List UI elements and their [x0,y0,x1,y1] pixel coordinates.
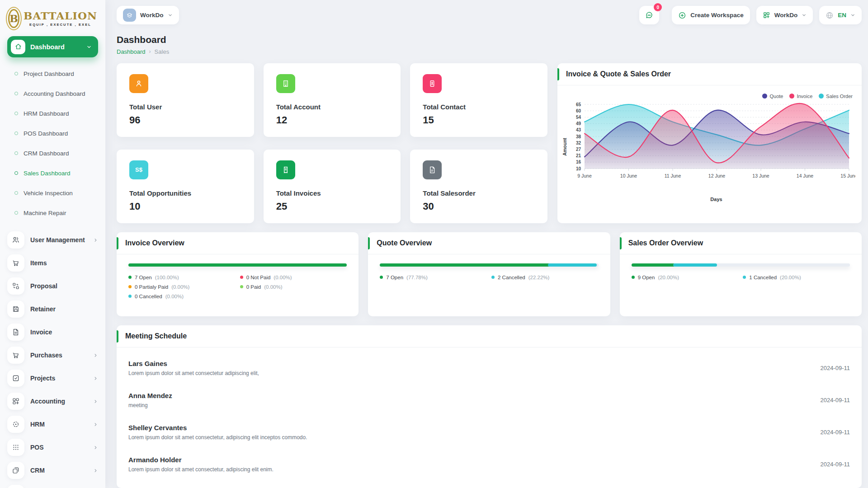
sidebar-item-machine-repair[interactable]: Machine Repair [7,203,98,223]
file-icon [7,324,24,341]
svg-text:21: 21 [576,153,581,158]
sidebar-item-accounting-dashboard[interactable]: Accounting Dashboard [7,84,98,103]
sidebar-item-pos-dashboard[interactable]: POS Dashboard [7,123,98,143]
layers-icon [7,462,24,479]
cart-icon [7,254,24,272]
legend-item: 9 Open(20.00%) [632,275,739,280]
chevron-right-icon [93,468,98,473]
stat-card-total-account: Total Account 12 [264,63,401,137]
svg-text:11 June: 11 June [665,173,681,178]
brand-logo[interactable]: B BATTALION EQUIP , EXECUTE , EXEL [7,6,98,36]
sidebar-item-crm[interactable]: CRM [7,462,98,479]
sidebar-item-pos[interactable]: POS [7,439,98,456]
sidebar-item-proposal[interactable]: Proposal [7,277,98,295]
chevron-down-icon [168,13,173,18]
messages-button[interactable]: 0 [639,6,659,24]
meeting-row[interactable]: Lars Gaines Lorem ipsum dolor sit amet c… [128,352,850,384]
svg-text:43: 43 [576,127,581,132]
grid-plus-icon [763,11,770,19]
brand-medal-icon: B [8,9,19,28]
stat-card-total-opportunities: S$ Total Opportunities 10 [117,150,254,223]
area-chart: 65605449433832272116109 June10 June11 Ju… [564,100,855,194]
chevron-down-icon [802,13,807,18]
meeting-row[interactable]: Shelley Cervantes Lorem ipsum dolor sit … [128,416,850,448]
sidebar: B BATTALION EQUIP , EXECUTE , EXEL Dashb… [0,0,105,488]
sidebar-item-hrm[interactable]: HRM [7,416,98,433]
breadcrumb-current: Sales [155,48,170,55]
svg-text:49: 49 [576,121,581,126]
chevron-right-icon [93,353,98,358]
svg-text:60: 60 [576,108,581,113]
sidebar-item-projects[interactable]: Projects [7,370,98,387]
chart-legend: Quote Invoice Sales Order [564,89,855,100]
legend-item: 1 Cancelled(20.00%) [743,275,850,280]
legend-item: 7 Open(77.78%) [380,275,487,280]
meeting-date: 2024-09-11 [820,397,850,404]
task-check-icon [7,370,24,387]
grid-plus-icon [7,393,24,410]
workspace-switcher[interactable]: WorkDo [117,6,179,24]
home-icon [11,40,25,54]
card-title: Invoice Overview [117,239,184,247]
page-title: Dashboard [117,34,862,45]
sidebar-item-dashboard[interactable]: Dashboard [7,36,98,57]
sidebar-item-project-dashboard[interactable]: Project Dashboard [7,64,98,84]
quote-overview-card: Quote Overview 7 Open(77.78%) 2 Cancelle… [368,232,610,316]
svg-text:65: 65 [576,102,581,107]
globe-icon [826,11,834,19]
legend-item: 7 Open(100.00%) [128,275,236,280]
meeting-row[interactable]: Armando Holder Lorem ipsum dolor sit ame… [128,448,850,480]
svg-text:12 June: 12 June [708,173,726,178]
svg-text:32: 32 [576,140,581,145]
document-icon [7,485,24,488]
sidebar-item-sales-dashboard[interactable]: Sales Dashboard [7,163,98,183]
main-area: WorkDo 0 Create Workspace WorkDo EN [105,0,868,488]
receipt-icon [276,160,295,179]
legend-dot-invoice [789,94,794,99]
sidebar-item-crm-dashboard[interactable]: CRM Dashboard [7,143,98,163]
sidebar-item-invoice[interactable]: Invoice [7,324,98,341]
bullet-icon [14,112,18,115]
create-workspace-button[interactable]: Create Workspace [672,6,750,24]
messages-count-badge: 0 [654,3,662,11]
chevron-right-icon [93,238,98,243]
invoice-progress-bar [128,263,347,267]
sidebar-item-accounting[interactable]: Accounting [7,393,98,410]
sidebar-item-purchases[interactable]: Purchases [7,347,98,364]
stat-card-total-salesorder: Total Salesorder 30 [410,150,547,223]
bullet-icon [14,131,18,135]
card-title: Sales Order Overview [620,239,703,247]
sidebar-item-user-management[interactable]: User Management [7,231,98,249]
chart-y-axis-label: Amount [562,138,567,156]
building-icon [276,74,295,93]
svg-text:9 June: 9 June [577,173,592,178]
invoice-overview-card: Invoice Overview 7 Open(100.00%) 0 Not P… [117,232,359,316]
meeting-row[interactable]: Anna Mendez meeting 2024-09-11 [128,384,850,416]
topbar: WorkDo 0 Create Workspace WorkDo EN [117,0,862,27]
chart-title: Invoice & Quote & Sales Order [557,70,671,78]
sidebar-item-sales[interactable]: Sales [7,485,98,488]
svg-text:14 June: 14 June [797,173,814,178]
salesorder-file-icon [423,160,442,179]
breadcrumb-dashboard-link[interactable]: Dashboard [117,48,146,55]
chevron-right-icon [93,445,98,450]
sidebar-item-items[interactable]: Items [7,254,98,272]
sidebar-item-hrm-dashboard[interactable]: HRM Dashboard [7,103,98,123]
save-icon [7,300,24,318]
legend-dot-quote [762,94,767,99]
sidebar-item-vehicle-inspection[interactable]: Vehicle Inspection [7,183,98,203]
card-accent [557,68,559,80]
card-title: Quote Overview [368,239,432,247]
sales-order-overview-card: Sales Order Overview 9 Open(20.00%) 1 Ca… [620,232,862,316]
stat-card-total-contact: Total Contact 15 [410,63,547,137]
sidebar-item-retainer[interactable]: Retainer [7,300,98,318]
hrm-icon [7,416,24,433]
apps-menu-button[interactable]: WorkDo [756,6,813,24]
dots-grid-icon [7,439,24,456]
breadcrumb-separator: › [149,48,151,55]
bullet-icon [14,211,18,215]
chart-card: Invoice & Quote & Sales Order Quote Invo… [557,63,862,223]
language-selector[interactable]: EN [819,6,862,24]
chat-icon [645,11,654,20]
app-root: B BATTALION EQUIP , EXECUTE , EXEL Dashb… [0,0,868,488]
